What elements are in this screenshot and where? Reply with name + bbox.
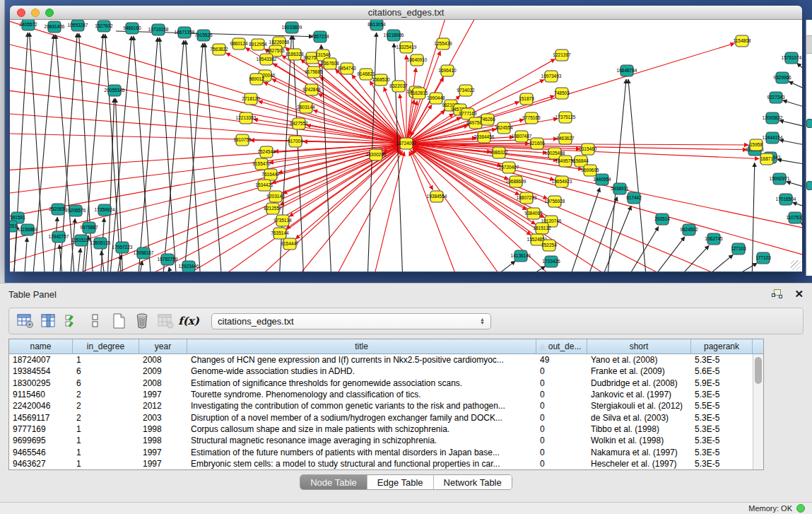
table-row[interactable]: 1830029562008Estimation of significance … xyxy=(9,378,753,389)
table-row[interactable]: 946554611997Estimation of the future num… xyxy=(9,446,753,457)
graph-edge[interactable] xyxy=(77,248,81,271)
table-row[interactable]: 2242004622012Investigating the contribut… xyxy=(9,400,753,411)
graph-edge[interactable] xyxy=(205,43,222,271)
table-selector-dropdown[interactable]: citations_edges.txt ▲▼ xyxy=(211,313,491,329)
graph-edge[interactable] xyxy=(24,238,27,271)
column-header-out-de-[interactable]: △out_de... xyxy=(536,339,587,354)
canvas-resize-grip[interactable] xyxy=(791,260,801,270)
close-panel-icon[interactable]: ✕ xyxy=(794,289,804,299)
graph-edge[interactable] xyxy=(792,202,802,208)
graph-edge[interactable] xyxy=(779,120,802,127)
graph-node-label: 20055346 xyxy=(105,88,125,93)
table-row[interactable]: 946362711997Embryonic stem cells: a mode… xyxy=(9,458,753,469)
cell: Yano et al. (2008) xyxy=(587,354,691,366)
column-header-name[interactable]: name xyxy=(9,339,73,354)
cell: 2 xyxy=(73,389,139,400)
table-row[interactable]: 1456911722003Disruption of a novel membe… xyxy=(9,411,753,423)
graph-edge[interactable] xyxy=(186,40,201,271)
graph-edge[interactable] xyxy=(568,187,600,271)
tab-node-table[interactable]: Node Table xyxy=(300,475,367,489)
column-header-in-degree[interactable]: in_degree xyxy=(73,339,139,354)
cell: 1998 xyxy=(139,424,187,435)
tab-network-table[interactable]: Network Table xyxy=(434,475,512,489)
table-settings-icon[interactable] xyxy=(16,312,35,330)
column-header-title[interactable]: title xyxy=(187,339,536,354)
cell: Estimation of the future numbers of pati… xyxy=(187,446,536,457)
graph-edge[interactable] xyxy=(259,101,406,144)
delete-table-icon[interactable] xyxy=(133,312,151,330)
graph-edge[interactable] xyxy=(10,37,398,141)
network-window-titlebar[interactable]: citations_edges.txt xyxy=(10,6,802,20)
select-rows-icon[interactable] xyxy=(63,312,81,330)
graph-node-label: 19756928 xyxy=(545,199,565,204)
graph-node-label: 16671358 xyxy=(175,30,195,35)
table-row[interactable]: 1938455462009Genome-wide association stu… xyxy=(9,366,753,377)
graph-edge[interactable] xyxy=(319,93,406,144)
graph-node-label: 9329966 xyxy=(773,75,792,80)
graph-edge[interactable] xyxy=(797,63,802,73)
graph-edge[interactable] xyxy=(413,149,568,271)
graph-edge[interactable] xyxy=(406,43,734,144)
graph-node-label: 9154447 xyxy=(281,241,299,246)
tab-edge-table[interactable]: Edge Table xyxy=(367,475,434,489)
graph-node-label: 2520651 xyxy=(49,206,67,211)
citation-graph[interactable]: 2405572206914061055328715276029466160107… xyxy=(10,20,802,271)
cell: 0 xyxy=(536,400,587,411)
graph-node-label: 7635144 xyxy=(271,230,289,235)
graph-edge[interactable] xyxy=(777,160,802,165)
table-row[interactable]: 969969511998Structural magnetic resonanc… xyxy=(9,435,753,446)
table-row[interactable]: 911546021997Tourette syndrome. Phenomeno… xyxy=(9,389,753,400)
graph-edge[interactable] xyxy=(415,146,802,260)
graph-edge[interactable] xyxy=(789,81,802,90)
cell: 6 xyxy=(73,366,139,377)
graph-node-label: 9463627 xyxy=(556,136,575,141)
cell: Stergiakouli et al. (2012) xyxy=(587,400,691,411)
graph-node-label: 12942757 xyxy=(49,234,69,239)
float-panel-icon[interactable] xyxy=(772,289,783,299)
graph-node-label: 10807487 xyxy=(512,134,532,139)
graph-node-label: 16648784 xyxy=(617,68,637,73)
create-table-icon[interactable] xyxy=(110,312,128,330)
cell: 2012 xyxy=(139,400,187,411)
cell: 5.3E-5 xyxy=(691,389,753,400)
graph-edge[interactable] xyxy=(586,197,618,271)
graph-edge[interactable] xyxy=(649,237,685,271)
graph-edge[interactable] xyxy=(783,100,802,108)
cell: Jankovic et al. (1997) xyxy=(587,389,691,400)
table-row[interactable]: 977716911998Corpus callosum shape and si… xyxy=(9,424,753,435)
column-header-year[interactable]: year xyxy=(139,339,187,354)
table-row[interactable]: 1872400712008Changes of HCN gene express… xyxy=(9,354,753,366)
table-scrollbar-thumb[interactable] xyxy=(755,357,762,384)
graph-node-label: 3624554 xyxy=(495,125,513,130)
function-builder-icon[interactable]: f(x) xyxy=(180,312,198,330)
graph-edge[interactable] xyxy=(406,101,417,144)
graph-edge[interactable] xyxy=(13,226,17,271)
import-table-icon[interactable] xyxy=(156,312,175,330)
graph-edge[interactable] xyxy=(116,31,313,37)
desktop-left-strip xyxy=(0,0,5,283)
show-columns-icon[interactable] xyxy=(40,312,58,330)
graph-edge[interactable] xyxy=(406,68,416,144)
graph-edge[interactable] xyxy=(52,217,57,271)
network-canvas[interactable]: 2405572206914061055328715276029466160107… xyxy=(10,20,802,271)
table-scrollbar[interactable] xyxy=(753,354,763,469)
column-header-pagerank[interactable]: pagerank xyxy=(691,339,753,354)
cell: 2 xyxy=(73,411,139,423)
graph-edge[interactable] xyxy=(272,79,406,144)
graph-edge[interactable] xyxy=(779,140,802,146)
graph-edge[interactable] xyxy=(628,79,647,271)
graph-node-label: 11156869 xyxy=(18,227,37,232)
memory-status-label: Memory: OK xyxy=(748,504,792,513)
graph-node-label: 9975887 xyxy=(80,225,98,230)
graph-edge[interactable] xyxy=(169,267,172,271)
graph-edge[interactable] xyxy=(483,261,515,271)
graph-edge[interactable] xyxy=(105,34,122,271)
column-header-short[interactable]: short xyxy=(587,339,691,354)
graph-edge[interactable] xyxy=(600,206,631,271)
cell: 2003 xyxy=(139,411,187,423)
graph-edge[interactable] xyxy=(272,144,406,183)
graph-edge[interactable] xyxy=(295,144,406,239)
graph-edge[interactable] xyxy=(787,182,802,188)
graph-node-label: 621606 xyxy=(529,141,545,146)
row-height-icon[interactable] xyxy=(86,312,105,330)
